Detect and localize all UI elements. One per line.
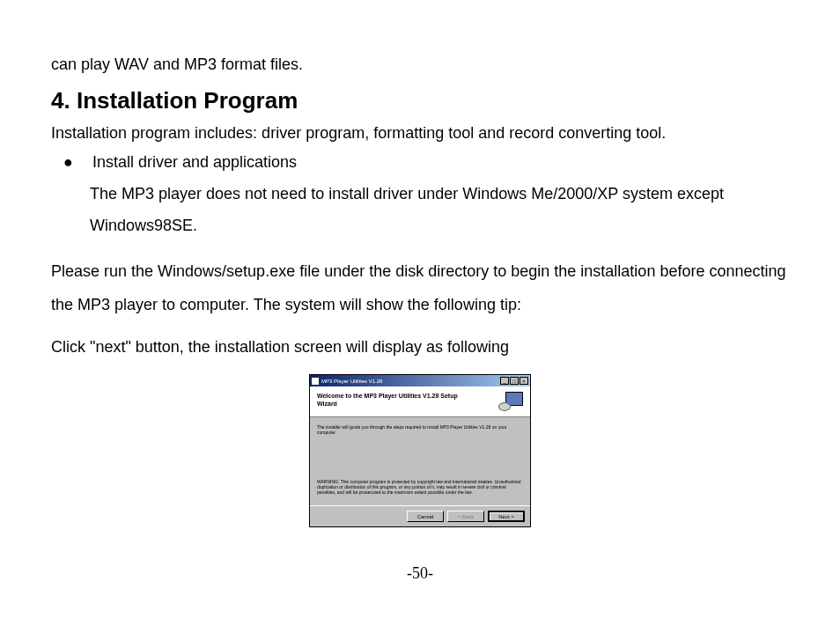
next-button[interactable]: Next > — [488, 511, 525, 522]
installer-body: The installer will guide you through the… — [310, 417, 530, 505]
bullet-label: Install driver and applications — [92, 151, 297, 174]
installer-footer: Cancel < Back Next > — [310, 505, 530, 526]
page-number: -50- — [0, 564, 840, 583]
paragraph-2: Click "next" button, the installation sc… — [51, 331, 789, 364]
app-icon — [312, 378, 319, 385]
installer-titlebar: MP3 Player Utilities V1.28 _ □ × — [310, 375, 530, 386]
intro-line: can play WAV and MP3 format files. — [51, 53, 789, 77]
minimize-button[interactable]: _ — [500, 377, 509, 385]
section-heading: 4. Installation Program — [51, 87, 789, 114]
titlebar-text: MP3 Player Utilities V1.28 — [321, 379, 382, 384]
section-description: Installation program includes: driver pr… — [51, 121, 789, 145]
bullet-body: The MP3 player does not need to install … — [90, 178, 789, 241]
cancel-button[interactable]: Cancel — [407, 511, 444, 522]
installer-body-intro: The installer will guide you through the… — [317, 424, 523, 435]
installer-body-warning: WARNING: This computer program is protec… — [317, 479, 523, 495]
disk-icon — [498, 402, 511, 411]
maximize-button[interactable]: □ — [510, 377, 519, 385]
back-button[interactable]: < Back — [447, 511, 484, 522]
installer-window: MP3 Player Utilities V1.28 _ □ × Welcome… — [309, 374, 531, 527]
installer-header-text: Welcome to the MP3 Player Utilities V1.2… — [317, 392, 475, 408]
paragraph-1: Please run the Windows/setup.exe file un… — [51, 255, 789, 322]
bullet-dot-icon: ● — [63, 151, 73, 174]
setup-wizard-icon — [498, 392, 523, 411]
close-button[interactable]: × — [519, 377, 528, 385]
bullet-item: ● Install driver and applications — [63, 151, 789, 174]
installer-header: Welcome to the MP3 Player Utilities V1.2… — [310, 386, 530, 417]
